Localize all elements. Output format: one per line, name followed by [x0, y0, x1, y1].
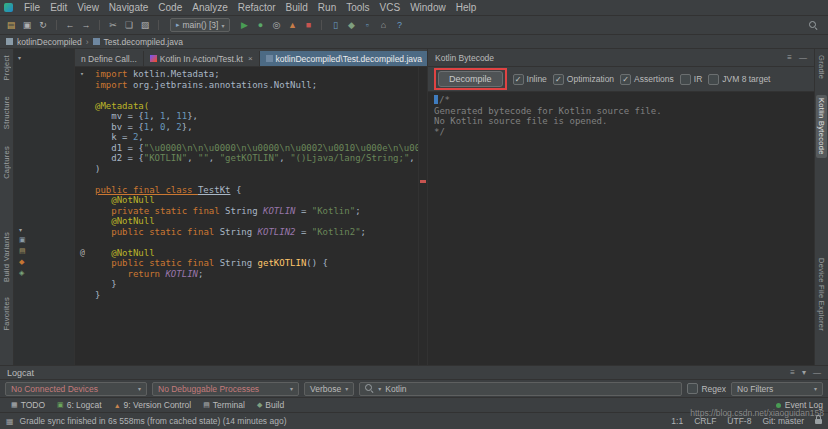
status-message[interactable]: Gradle sync finished in 6s 558ms (from c… [20, 416, 287, 426]
status-utf-8[interactable]: UTF-8 [727, 416, 751, 426]
menu-build[interactable]: Build [281, 2, 313, 13]
tool-button-favorites[interactable]: Favorites [2, 297, 11, 331]
menu-window[interactable]: Window [405, 2, 451, 13]
menu-tools[interactable]: Tools [341, 2, 374, 13]
paste-icon[interactable]: ▨ [138, 18, 152, 32]
log-level-selector[interactable]: Verbose ▾ [304, 382, 354, 396]
lock-icon[interactable] [815, 419, 822, 424]
menu-edit[interactable]: Edit [45, 2, 72, 13]
search-everywhere-icon[interactable] [809, 21, 818, 30]
help-icon[interactable]: ? [392, 18, 406, 32]
gutter [75, 185, 95, 196]
process-selector[interactable]: No Debuggable Processes ▾ [152, 382, 299, 396]
code-line: public static final String getKOTLIN() { [75, 258, 418, 269]
settings-icon[interactable]: ≡ [787, 53, 792, 62]
gutter [75, 90, 95, 101]
regex-checkbox[interactable]: Regex [687, 383, 726, 394]
sync-icon[interactable]: ↻ [36, 18, 50, 32]
sdk-manager-icon[interactable]: ⌂ [376, 18, 390, 32]
menu-view[interactable]: View [72, 2, 104, 13]
toolwindow-button-6-logcat[interactable]: ▣6: Logcat [51, 398, 108, 412]
tool-button-structure[interactable]: Structure [2, 96, 11, 129]
menu-code[interactable]: Code [153, 2, 187, 13]
menu-refactor[interactable]: Refactor [233, 2, 281, 13]
breadcrumb-project[interactable]: kotlinDecompiled [17, 37, 82, 47]
device-selector[interactable]: No Connected Devices ▾ [5, 382, 147, 396]
tool-button-device-file-explorer[interactable]: Device File Explorer [817, 258, 826, 331]
manifests-folder-icon: ▣ [19, 236, 26, 243]
code-line: @Metadata( [75, 101, 418, 112]
hide-panel-icon[interactable]: — [799, 53, 807, 62]
code-lines[interactable]: ▾import kotlin.Metadata;import org.jetbr… [75, 67, 418, 365]
toolwindow-button-build[interactable]: ◆Build [251, 398, 290, 412]
status-git-master[interactable]: Git: master [762, 416, 804, 426]
regex-label: Regex [701, 384, 726, 394]
tool-button-kotlin-bytecode[interactable]: Kotlin Bytecode [816, 95, 827, 158]
tab-label: n Define Call... [81, 54, 137, 64]
logcat-search-input[interactable]: ▾ Kotlin [359, 382, 682, 396]
toolwindow-button-terminal[interactable]: ▤Terminal [197, 398, 251, 412]
bytecode-line: /* [434, 95, 808, 106]
checkbox-icon [708, 74, 719, 85]
close-icon[interactable]: × [248, 54, 253, 63]
menu-analyze[interactable]: Analyze [187, 2, 233, 13]
save-all-icon[interactable]: ▣ [20, 18, 34, 32]
tree-root-expand-icon[interactable]: ▾ [18, 54, 21, 61]
tree-node-expand-icon[interactable]: ▾ [19, 226, 26, 233]
menu-run[interactable]: Run [313, 2, 341, 13]
run-config-combo[interactable]: ▸main() [3]▾ [170, 18, 230, 32]
logcat-settings-icon[interactable]: ≡ [790, 368, 795, 377]
logcat-minimize-icon[interactable]: — [813, 368, 821, 377]
code-line: } [75, 290, 418, 301]
option-inline[interactable]: ✓Inline [513, 74, 547, 85]
menu-vcs[interactable]: VCS [375, 2, 406, 13]
chevron-down-icon: ▾ [345, 385, 348, 392]
option-ir[interactable]: IR [680, 74, 703, 85]
toolwindow-button-9-version-control[interactable]: ▲9: Version Control [108, 398, 198, 412]
editor-scrollbar[interactable] [418, 67, 427, 365]
menu-file[interactable]: File [19, 2, 45, 13]
event-log-button[interactable]: Event Log [776, 400, 823, 410]
editor-tab-kotlindecompiled-test-decompiled-java[interactable]: kotlinDecompiled\Test.decompiled.java× [260, 51, 427, 66]
toolwindow-switcher-icon[interactable]: ▦ [6, 417, 14, 426]
tool-button-project[interactable]: Project [2, 55, 11, 80]
menu-help[interactable]: Help [451, 2, 482, 13]
gradle-sync-icon[interactable]: ◆ [344, 18, 358, 32]
project-panel[interactable]: ▾ ▾ ▣▤◆◈ [14, 49, 75, 365]
coverage-icon[interactable]: ◎ [269, 18, 283, 32]
status-1-1[interactable]: 1:1 [671, 416, 683, 426]
debug-icon[interactable]: ● [253, 18, 267, 32]
logcat-collapse-icon[interactable]: ▾ [802, 368, 806, 377]
run-icon[interactable]: ▶ [237, 18, 251, 32]
option-assertions[interactable]: ✓Assertions [620, 74, 674, 85]
device-manager-icon[interactable]: ▯ [328, 18, 342, 32]
option-optimization[interactable]: ✓Optimization [553, 74, 614, 85]
open-project-icon[interactable]: ▤ [4, 18, 18, 32]
log-filter-selector[interactable]: No Filters ▾ [731, 382, 823, 396]
status-crlf[interactable]: CRLF [694, 416, 716, 426]
decompile-button[interactable]: Decompile [438, 71, 503, 87]
back-icon[interactable]: ← [63, 18, 77, 32]
editor[interactable]: ▾import kotlin.Metadata;import org.jetbr… [75, 67, 427, 365]
breadcrumb-file[interactable]: Test.decompiled.java [104, 37, 183, 47]
logcat-toolbar: No Connected Devices ▾ No Debuggable Pro… [0, 379, 828, 397]
gutter [75, 122, 95, 133]
profiler-icon[interactable]: ▲ [285, 18, 299, 32]
toolwindow-button-todo[interactable]: ▦TODO [5, 398, 51, 412]
tool-button-build-variants[interactable]: Build Variants [2, 232, 11, 282]
avd-manager-icon[interactable]: ▫ [360, 18, 374, 32]
menu-navigate[interactable]: Navigate [104, 2, 153, 13]
tool-button-gradle[interactable]: Gradle [817, 55, 826, 79]
bytecode-content[interactable]: /*Generated bytecode for Kotlin source f… [428, 92, 814, 365]
cut-icon[interactable]: ✂ [106, 18, 120, 32]
tool-button-captures[interactable]: Captures [2, 146, 11, 179]
gutter [75, 237, 95, 248]
editor-tab-kotlin-in-action-test-kt[interactable]: Kotlin In Action/Test.kt× [144, 51, 260, 66]
fold-icon[interactable]: ▾ [75, 69, 95, 80]
copy-icon[interactable]: ❏ [122, 18, 136, 32]
option-jvm-8-target[interactable]: JVM 8 target [708, 74, 770, 85]
forward-icon[interactable]: → [79, 18, 93, 32]
stop-icon[interactable]: ■ [301, 18, 315, 32]
editor-tab-n-define-call[interactable]: n Define Call... [75, 51, 144, 66]
gutter-annotation-icon[interactable]: @ [75, 248, 95, 259]
